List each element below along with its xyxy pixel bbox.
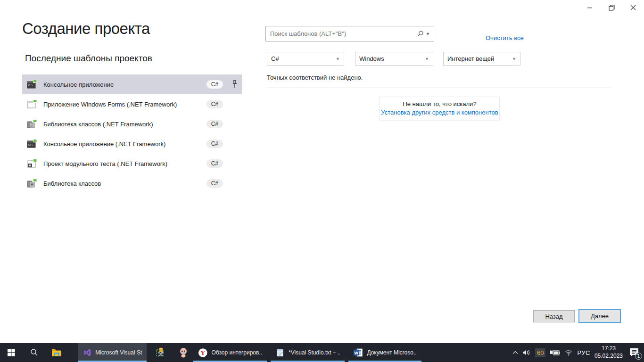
minimize-button[interactable] — [579, 0, 601, 15]
rpg-tool-icon — [155, 347, 166, 358]
language-badge: C# — [206, 100, 223, 108]
template-row-class-library-netfw[interactable]: Библиотека классов (.NET Framework) C# — [22, 114, 242, 134]
notepad-icon — [275, 348, 285, 358]
search-icon — [417, 30, 424, 37]
svg-text:W: W — [354, 351, 358, 355]
restore-icon — [609, 5, 615, 11]
project-type-filter-dropdown[interactable]: Интернет вещей ▼ — [443, 52, 520, 66]
template-row-console-app-netfw[interactable]: C:\ Консольное приложение (.NET Framewor… — [22, 134, 242, 154]
battery-percent-widget[interactable]: 60 — [535, 348, 545, 357]
chevron-down-icon: ▼ — [426, 32, 430, 36]
language-badge: C# — [206, 140, 223, 148]
clock[interactable]: 17:23 05.02.2023 — [594, 345, 623, 360]
task-label: Обзор интегриров... — [212, 349, 263, 356]
winforms-app-icon — [27, 99, 37, 109]
start-button[interactable] — [0, 343, 23, 362]
folder-icon — [51, 348, 62, 357]
svg-text:Y: Y — [201, 349, 206, 356]
language-filter-dropdown[interactable]: C# ▼ — [267, 52, 344, 66]
file-explorer-button[interactable] — [45, 343, 68, 362]
taskbar-pinned-isaac-game[interactable] — [173, 343, 194, 362]
language-badge: C# — [206, 80, 223, 89]
search-button[interactable]: ▼ — [417, 30, 434, 37]
svg-text:C:\: C:\ — [28, 143, 33, 147]
template-row-winforms-app[interactable]: Приложение Windows Forms (.NET Framework… — [22, 94, 242, 114]
volume-icon — [522, 349, 531, 356]
action-center-button[interactable]: 1 — [627, 346, 641, 360]
taskbar-task-word[interactable]: W Документ Microso... — [348, 343, 421, 362]
unit-test-icon — [27, 159, 37, 168]
template-row-console-app[interactable]: C:\ Консольное приложение C# — [22, 74, 242, 94]
language-filter-value: C# — [271, 55, 279, 62]
taskbar-task-visual-studio[interactable]: Microsoft Visual St... — [78, 343, 147, 362]
taskbar-task-notepad[interactable]: *Visual Studio.txt – ... — [271, 343, 345, 362]
windows-logo-icon — [8, 349, 15, 356]
clear-all-link[interactable]: Очистить все — [486, 34, 524, 41]
minimize-icon — [587, 5, 593, 10]
console-app-icon: C:\ — [27, 80, 37, 89]
search-icon — [30, 348, 38, 357]
language-badge: C# — [206, 179, 223, 188]
create-project-dialog: Создание проекта Последние шаблоны проек… — [0, 0, 644, 343]
console-app-icon: C:\ — [27, 139, 37, 148]
svg-text:C:\: C:\ — [28, 84, 33, 87]
install-tools-link[interactable]: Установка других средств и компонентов — [380, 109, 499, 116]
page-title: Создание проекта — [22, 20, 150, 38]
battery-button[interactable] — [550, 349, 560, 356]
template-row-class-library[interactable]: Библиотека классов C# — [22, 173, 242, 193]
promo-question: Не нашли то, что искали? — [380, 100, 499, 107]
chevron-down-icon: ▼ — [425, 57, 429, 61]
no-match-text: Точных соответствий не найдено. — [267, 74, 363, 81]
chevron-down-icon: ▼ — [512, 57, 516, 61]
hidden-icons-chevron[interactable] — [512, 351, 518, 354]
class-library-icon — [27, 179, 37, 188]
word-icon: W — [353, 348, 363, 357]
yandex-browser-icon: Y — [198, 348, 208, 358]
next-button[interactable]: Далее — [578, 309, 621, 323]
volume-button[interactable] — [522, 349, 531, 356]
close-icon — [630, 5, 636, 10]
project-type-filter-value: Интернет вещей — [447, 55, 494, 62]
template-name: Библиотека классов (.NET Framework) — [43, 121, 153, 128]
chevron-down-icon: ▼ — [336, 57, 340, 61]
taskbar-pinned-game-tool[interactable] — [150, 343, 172, 362]
template-name: Проект модульного теста (.NET Framework) — [43, 160, 167, 167]
taskbar-search-button[interactable] — [23, 343, 45, 362]
restore-button[interactable] — [601, 0, 622, 15]
pin-icon[interactable] — [231, 80, 238, 89]
chevron-up-icon — [512, 351, 518, 354]
window-controls — [579, 0, 644, 15]
template-name: Консольное приложение (.NET Framework) — [43, 140, 165, 148]
task-label: Документ Microso... — [367, 349, 417, 356]
back-button[interactable]: Назад — [533, 310, 575, 322]
network-button[interactable] — [564, 349, 573, 356]
battery-charging-icon — [550, 349, 560, 356]
taskbar: Microsoft Visual St... Y Обзор интегриро… — [0, 343, 644, 362]
task-label: Microsoft Visual St... — [95, 349, 142, 356]
template-name: Приложение Windows Forms (.NET Framework… — [43, 101, 177, 108]
platform-filter-dropdown[interactable]: Windows ▼ — [355, 52, 433, 66]
install-tools-promo: Не нашли то, что искали? Установка други… — [380, 97, 500, 120]
search-input[interactable] — [266, 30, 417, 37]
template-name: Библиотека классов — [43, 180, 101, 187]
wifi-icon — [564, 349, 573, 356]
template-name: Консольное приложение — [43, 81, 114, 88]
language-indicator[interactable]: РУС — [577, 349, 590, 356]
recent-templates-heading: Последние шаблоны проектов — [25, 53, 152, 64]
task-label: *Visual Studio.txt – ... — [289, 349, 340, 356]
language-badge: C# — [206, 120, 223, 128]
taskbar-task-yandex-browser[interactable]: Y Обзор интегриров... — [193, 343, 267, 362]
recent-templates-list: C:\ Консольное приложение C# Приложение … — [22, 74, 242, 193]
close-button[interactable] — [622, 0, 644, 15]
notification-count-badge: 1 — [635, 353, 642, 360]
template-row-unit-test[interactable]: Проект модульного теста (.NET Framework)… — [22, 154, 242, 173]
platform-filter-value: Windows — [359, 55, 384, 62]
results-divider — [267, 88, 611, 88]
isaac-game-icon — [178, 347, 189, 358]
system-tray: 60 РУС 17:23 05.02.2023 — [512, 343, 643, 362]
template-search-box: ▼ — [265, 26, 434, 41]
clock-time: 17:23 — [594, 345, 623, 353]
clock-date: 05.02.2023 — [594, 353, 623, 360]
class-library-icon — [27, 119, 37, 129]
visual-studio-icon — [83, 348, 91, 357]
